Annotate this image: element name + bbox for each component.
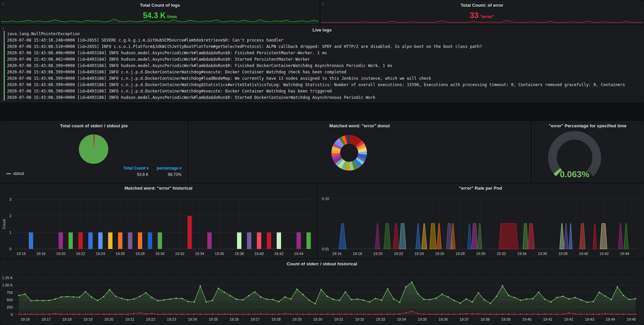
stdout-point[interactable] — [526, 298, 527, 300]
stdout-point[interactable] — [48, 300, 50, 301]
stdout-point[interactable] — [574, 297, 576, 298]
stdout-point[interactable] — [302, 294, 304, 295]
stderr-point[interactable] — [133, 313, 135, 314]
stdout-point[interactable] — [598, 291, 600, 293]
log-row[interactable]: 2020-07-08 15:43:08.402+0000 [id=8493184… — [4, 56, 642, 63]
stderr-point[interactable] — [212, 314, 213, 315]
rate-spike[interactable] — [472, 223, 477, 249]
stdout-point[interactable] — [206, 301, 207, 303]
stderr-point[interactable] — [61, 314, 62, 315]
stderr-point[interactable] — [460, 314, 461, 315]
stdout-point[interactable] — [218, 288, 219, 289]
stdout-point[interactable] — [623, 295, 624, 296]
stderr-point[interactable] — [556, 314, 557, 315]
stdout-point[interactable] — [538, 291, 539, 293]
stderr-point[interactable] — [145, 313, 147, 315]
stdout-point[interactable] — [200, 285, 201, 286]
stderr-point[interactable] — [139, 312, 141, 314]
log-row[interactable]: 2020-07-08 15:43:08.399+0000 [id=8493186… — [4, 82, 642, 88]
stderr-point[interactable] — [236, 314, 237, 315]
stderr-point[interactable] — [157, 314, 159, 315]
rate-spike[interactable] — [430, 223, 436, 249]
stdout-point[interactable] — [556, 297, 557, 298]
error-rate-chart[interactable]: 19:1619:1819:2019:2219:2419:2619:2819:30… — [318, 193, 642, 258]
rate-spike[interactable] — [600, 223, 607, 249]
stdout-point[interactable] — [181, 298, 183, 299]
stderr-point[interactable] — [103, 314, 104, 315]
stderr-point[interactable] — [514, 314, 515, 315]
stderr-point[interactable] — [623, 314, 624, 315]
stdout-point[interactable] — [466, 298, 467, 300]
stdout-point[interactable] — [91, 296, 92, 298]
stdout-point[interactable] — [405, 286, 407, 287]
rate-spike[interactable] — [477, 223, 482, 249]
stderr-point[interactable] — [284, 313, 285, 314]
stdout-pie-chart[interactable] — [79, 134, 108, 164]
stdout-point[interactable] — [236, 299, 237, 300]
stderr-point[interactable] — [526, 314, 527, 315]
stdout-point[interactable] — [550, 301, 551, 303]
stdout-point[interactable] — [629, 299, 630, 300]
stderr-point[interactable] — [24, 314, 26, 315]
stdout-point[interactable] — [484, 299, 485, 301]
bar[interactable] — [59, 233, 63, 249]
logs-sparkline-chart[interactable] — [1, 18, 319, 23]
rate-spike[interactable] — [528, 223, 535, 249]
bar[interactable] — [187, 216, 192, 249]
legend-item-stdout[interactable]: stdout — [6, 171, 24, 176]
rate-spike[interactable] — [416, 223, 420, 249]
stdout-point[interactable] — [502, 285, 503, 286]
bar[interactable] — [297, 233, 301, 249]
stdout-point[interactable] — [369, 301, 370, 303]
stdout-point[interactable] — [429, 299, 431, 300]
stdout-point[interactable] — [435, 298, 437, 299]
bar[interactable] — [158, 233, 162, 249]
stdout-point[interactable] — [24, 293, 25, 295]
stderr-point[interactable] — [520, 314, 521, 315]
stdout-point[interactable] — [145, 292, 147, 294]
stderr-point[interactable] — [345, 314, 346, 315]
stdout-point[interactable] — [344, 291, 346, 292]
rate-spike[interactable] — [523, 223, 528, 249]
stderr-point[interactable] — [321, 314, 322, 315]
log-row[interactable]: 2020-07-08 15:43:08.398+0000 [id=8493186… — [4, 88, 642, 94]
stderr-point[interactable] — [163, 314, 165, 315]
rate-spike[interactable] — [580, 223, 585, 249]
stderr-point[interactable] — [169, 314, 171, 315]
stdout-point[interactable] — [375, 298, 376, 299]
stdout-point[interactable] — [230, 295, 231, 297]
stderr-point[interactable] — [327, 314, 328, 315]
stdout-point[interactable] — [417, 293, 419, 295]
stderr-point[interactable] — [550, 314, 551, 315]
stdout-point[interactable] — [157, 300, 159, 301]
stderr-point[interactable] — [85, 314, 86, 315]
stdout-point[interactable] — [508, 295, 509, 296]
stderr-point[interactable] — [574, 313, 576, 315]
stderr-point[interactable] — [127, 314, 128, 315]
rate-spike[interactable] — [618, 223, 623, 249]
stdout-point[interactable] — [399, 302, 400, 303]
stdout-point[interactable] — [586, 302, 588, 303]
bar[interactable] — [118, 233, 122, 249]
bar[interactable] — [207, 233, 212, 249]
stdout-point[interactable] — [133, 298, 135, 300]
stderr-point[interactable] — [333, 314, 334, 315]
stderr-point[interactable] — [587, 314, 588, 315]
bar[interactable] — [247, 233, 251, 249]
stderr-point[interactable] — [230, 314, 231, 315]
stderr-point[interactable] — [369, 314, 370, 315]
stderr-point[interactable] — [79, 314, 80, 315]
bar[interactable] — [237, 233, 241, 249]
stdout-stderr-history-chart[interactable]: 02505007501.00 K1.25 K19:1619:1719:1819:… — [1, 268, 643, 324]
stderr-point[interactable] — [508, 314, 509, 315]
stdout-point[interactable] — [284, 296, 285, 298]
stdout-point[interactable] — [97, 300, 98, 301]
panel-title[interactable]: Total count of stderr / stdout pie — [1, 123, 187, 128]
stderr-point[interactable] — [453, 314, 455, 315]
stderr-point[interactable] — [254, 314, 255, 315]
stdout-point[interactable] — [363, 300, 364, 301]
stdout-point[interactable] — [266, 299, 267, 300]
log-row[interactable]: 2020-07-08 15:43:08.510+0000 [id=2655] I… — [4, 44, 642, 50]
stderr-point[interactable] — [466, 313, 467, 314]
panel-title[interactable]: "error" Rate per Pod — [318, 186, 643, 191]
